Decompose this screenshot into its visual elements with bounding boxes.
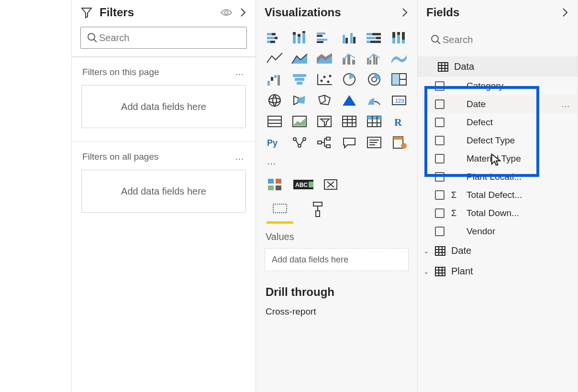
visibility-icon[interactable] xyxy=(220,8,233,17)
field-table-collapsed[interactable]: ⌄Date xyxy=(418,240,578,261)
viz-100-stacked-column[interactable] xyxy=(389,29,410,46)
field-checkbox[interactable] xyxy=(435,227,445,236)
filters-search[interactable] xyxy=(80,27,247,49)
viz-stacked-area[interactable] xyxy=(314,50,335,67)
viz-stacked-bar[interactable] xyxy=(265,29,286,46)
viz-filled-map[interactable] xyxy=(289,92,311,109)
viz-pie[interactable] xyxy=(339,71,360,88)
field-name: Date xyxy=(467,99,555,109)
viz-gauge[interactable] xyxy=(364,92,385,109)
viz-python-visual[interactable]: Py xyxy=(265,134,286,151)
viz-multi-card[interactable] xyxy=(265,113,286,130)
field-checkbox[interactable] xyxy=(435,154,445,163)
funnel-icon xyxy=(80,6,93,19)
svg-rect-26 xyxy=(367,41,370,43)
field-row[interactable]: ΣTotal Defect... xyxy=(422,186,578,204)
field-table-header[interactable]: ⌄Data xyxy=(418,56,578,77)
field-name: Defect Type xyxy=(467,135,571,146)
svg-text:Py: Py xyxy=(267,138,278,148)
viz-map[interactable] xyxy=(265,92,286,109)
viz-more-button[interactable]: … xyxy=(256,154,417,169)
filters-header: Filters xyxy=(72,0,256,24)
viz-shape-map[interactable] xyxy=(314,92,335,109)
viz-decomposition-tree[interactable] xyxy=(314,134,335,151)
field-row[interactable]: Category xyxy=(422,77,578,95)
viz-clustered-column[interactable] xyxy=(339,29,360,46)
viz-donut[interactable] xyxy=(364,71,385,88)
field-checkbox[interactable] xyxy=(435,136,445,145)
viz-stacked-column[interactable] xyxy=(289,29,311,46)
svg-rect-107 xyxy=(438,63,448,71)
viz-title: Visualizations xyxy=(265,6,394,19)
field-row[interactable]: Material Type xyxy=(422,150,578,168)
tab-build[interactable] xyxy=(267,201,293,224)
fields-pane: Fields ⌄DataCategoryDate…DefectDefect Ty… xyxy=(418,0,578,392)
viz-waterfall[interactable] xyxy=(265,71,286,88)
viz-slicer[interactable] xyxy=(314,113,335,130)
viz-treemap[interactable] xyxy=(389,71,410,88)
viz-line[interactable] xyxy=(265,50,286,67)
field-checkbox[interactable] xyxy=(435,172,445,182)
svg-rect-4 xyxy=(267,37,275,39)
field-row[interactable]: ΣTotal Down... xyxy=(422,204,578,222)
field-checkbox[interactable] xyxy=(435,99,445,109)
viz-100-stacked-bar[interactable] xyxy=(364,29,385,46)
viz-line-clustered-column[interactable] xyxy=(364,50,385,67)
chevron-down-icon: ⌄ xyxy=(423,268,429,275)
field-row[interactable]: Defect xyxy=(422,113,578,131)
svg-rect-94 xyxy=(276,179,281,184)
field-checkbox[interactable] xyxy=(435,118,445,127)
tab-format[interactable] xyxy=(311,201,325,224)
field-checkbox[interactable] xyxy=(435,208,445,218)
filters-search-input[interactable] xyxy=(98,32,241,44)
field-name: Category xyxy=(467,81,571,91)
fields-search[interactable] xyxy=(424,28,571,52)
field-table-collapsed[interactable]: ⌄Plant xyxy=(418,261,578,282)
viz-qna[interactable] xyxy=(339,134,360,151)
more-icon[interactable]: … xyxy=(235,152,245,162)
viz-card[interactable]: 123 xyxy=(389,92,410,109)
collapse-chevron-icon[interactable] xyxy=(561,7,569,18)
viz-mode-fields[interactable] xyxy=(265,176,286,193)
field-row[interactable]: Defect Type xyxy=(422,131,578,150)
viz-funnel[interactable] xyxy=(289,71,311,88)
viz-r-visual[interactable]: R xyxy=(389,113,410,130)
more-icon[interactable]: … xyxy=(235,67,245,77)
svg-rect-56 xyxy=(400,74,406,79)
field-checkbox[interactable] xyxy=(435,190,445,200)
viz-paginated-report[interactable] xyxy=(389,134,410,151)
svg-rect-95 xyxy=(268,185,274,190)
viz-table[interactable] xyxy=(339,113,360,130)
filters-on-page-dropzone[interactable]: Add data fields here xyxy=(81,85,246,128)
viz-area[interactable] xyxy=(289,50,311,67)
svg-rect-57 xyxy=(400,79,406,85)
viz-mode-format[interactable]: ABC xyxy=(292,176,313,193)
viz-scatter[interactable] xyxy=(314,71,335,88)
viz-mode-analytics[interactable] xyxy=(320,176,341,193)
collapse-chevron-icon[interactable] xyxy=(401,7,409,18)
svg-rect-36 xyxy=(352,60,355,65)
values-dropzone[interactable]: Add data fields here xyxy=(265,248,409,271)
viz-clustered-bar[interactable] xyxy=(314,29,335,46)
viz-key-influencers[interactable] xyxy=(289,134,311,151)
svg-rect-63 xyxy=(268,116,281,127)
svg-rect-19 xyxy=(345,38,348,44)
filters-all-pages-dropzone[interactable]: Add data fields here xyxy=(81,170,246,213)
viz-smart-narrative[interactable] xyxy=(364,134,385,151)
viz-kpi[interactable] xyxy=(289,113,311,130)
field-row[interactable]: Plant Locati... xyxy=(422,168,578,186)
field-checkbox[interactable] xyxy=(435,81,445,91)
field-more-icon[interactable]: … xyxy=(561,99,571,109)
fields-search-input[interactable] xyxy=(442,34,565,46)
viz-line-stacked-column[interactable] xyxy=(339,50,360,67)
viz-ribbon[interactable] xyxy=(389,50,410,67)
collapse-chevron-icon[interactable] xyxy=(239,7,247,18)
field-row[interactable]: Vendor xyxy=(422,222,578,240)
filters-all-pages-label: Filters on all pages … xyxy=(72,142,256,166)
viz-matrix[interactable] xyxy=(364,113,385,130)
report-canvas[interactable] xyxy=(0,0,72,392)
svg-rect-35 xyxy=(347,55,350,65)
field-row[interactable]: Date… xyxy=(422,95,578,113)
field-name: Defect xyxy=(467,117,571,128)
viz-azure-map[interactable] xyxy=(339,92,360,109)
